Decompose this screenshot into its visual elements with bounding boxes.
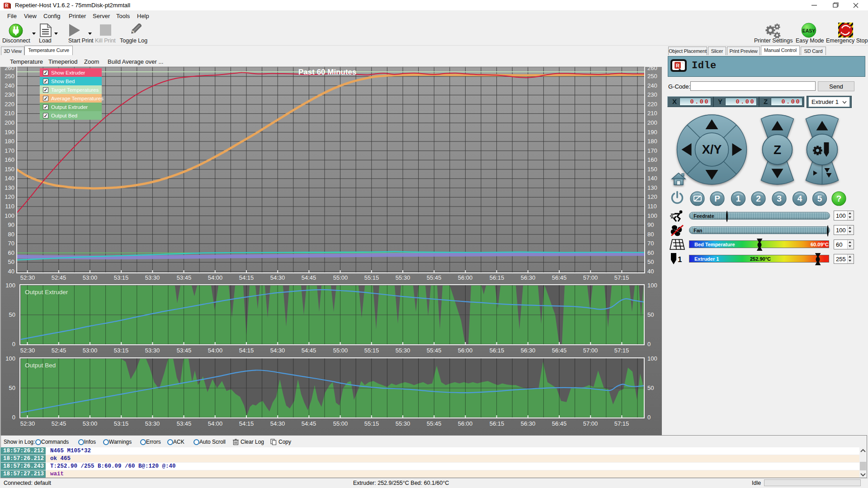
svg-text:3: 3 xyxy=(777,194,782,203)
svg-text:X/Y: X/Y xyxy=(702,143,722,156)
svg-text:Output Bed: Output Bed xyxy=(25,362,56,369)
svg-text:Output Extruder: Output Extruder xyxy=(25,289,68,296)
svg-text:1: 1 xyxy=(736,194,741,203)
svg-text:Z: Z xyxy=(774,143,781,157)
svg-text:R: R xyxy=(676,63,679,68)
svg-text:2: 2 xyxy=(756,194,761,203)
svg-text:?: ? xyxy=(836,194,842,203)
svg-text:P: P xyxy=(714,194,720,203)
svg-text:EASY: EASY xyxy=(802,28,816,33)
svg-text:1: 1 xyxy=(678,255,682,264)
svg-text:5: 5 xyxy=(817,194,822,203)
svg-text:4: 4 xyxy=(797,194,802,203)
svg-text:R: R xyxy=(5,3,9,8)
